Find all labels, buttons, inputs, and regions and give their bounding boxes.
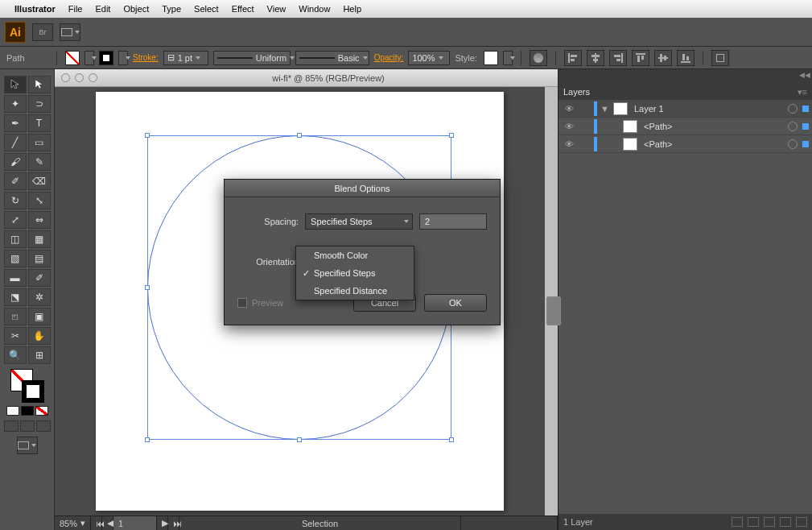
magic-wand-tool[interactable]: ✦ xyxy=(4,95,27,113)
spacing-dropdown[interactable]: Specified Steps xyxy=(305,213,413,230)
rotate-tool[interactable]: ↻ xyxy=(4,192,27,209)
draw-normal-button[interactable] xyxy=(4,420,19,432)
vertical-scrollbar[interactable] xyxy=(545,87,558,516)
pencil-tool[interactable]: ✎ xyxy=(28,153,51,171)
live-paint-tool[interactable]: ▦ xyxy=(28,230,51,248)
paintbrush-tool[interactable]: 🖌 xyxy=(4,153,27,171)
window-minimize-icon[interactable] xyxy=(75,73,84,82)
slice-tool[interactable]: ✂ xyxy=(4,327,27,345)
target-icon[interactable] xyxy=(788,104,798,114)
visibility-toggle-icon[interactable]: 👁 xyxy=(562,122,576,131)
fill-stroke-control[interactable] xyxy=(10,369,44,403)
selection-tool[interactable] xyxy=(4,76,27,93)
target-icon[interactable] xyxy=(788,122,798,131)
new-sublayer-button[interactable] xyxy=(764,517,775,527)
perspective-grid-tool[interactable]: ▧ xyxy=(4,250,27,267)
ok-button[interactable]: OK xyxy=(424,294,487,312)
draw-inside-button[interactable] xyxy=(36,420,51,432)
symbol-sprayer-tool[interactable]: ✲ xyxy=(28,288,51,306)
target-icon[interactable] xyxy=(788,139,798,149)
blob-brush-tool[interactable]: ✐ xyxy=(4,172,27,190)
align-left-button[interactable] xyxy=(564,50,582,66)
eraser-tool[interactable]: ⌫ xyxy=(28,172,51,190)
opacity-panel-link[interactable]: Opacity: xyxy=(374,53,404,62)
stroke-weight-field[interactable]: ⊟1 pt xyxy=(163,51,208,65)
direct-selection-tool[interactable] xyxy=(28,76,51,93)
spacing-option-specified-distance[interactable]: Specified Distance xyxy=(296,282,414,300)
scale-tool[interactable]: ⤢ xyxy=(4,211,27,229)
print-tiling-tool[interactable]: ⊞ xyxy=(28,346,51,364)
disclosure-triangle-icon[interactable]: ▼ xyxy=(600,104,610,114)
window-close-icon[interactable] xyxy=(61,73,70,82)
layer-name-label[interactable]: <Path> xyxy=(641,139,785,149)
fill-dropdown[interactable] xyxy=(84,51,94,65)
collapse-panels-icon[interactable]: ◀◀ xyxy=(799,71,810,79)
arrange-documents-button[interactable] xyxy=(60,23,80,41)
mesh-tool[interactable]: ▤ xyxy=(28,250,51,267)
window-zoom-icon[interactable] xyxy=(89,73,97,82)
visibility-toggle-icon[interactable]: 👁 xyxy=(562,139,576,149)
menu-select[interactable]: Select xyxy=(194,4,219,14)
layers-panel-tab[interactable]: Layers▾≡ xyxy=(559,84,812,100)
layer-row[interactable]: 👁 <Path> xyxy=(559,135,812,153)
rectangle-tool[interactable]: ▭ xyxy=(28,134,51,151)
column-graph-tool[interactable]: ⏍ xyxy=(4,308,27,325)
layer-row[interactable]: 👁 <Path> xyxy=(559,118,812,135)
transform-panel-button[interactable] xyxy=(711,50,729,66)
menu-edit[interactable]: Edit xyxy=(95,4,110,14)
brush-definition[interactable]: Basic xyxy=(295,51,369,65)
zoom-field[interactable]: 85%▾ xyxy=(55,516,91,530)
zoom-tool[interactable]: 🔍 xyxy=(4,346,27,364)
menu-window[interactable]: Window xyxy=(299,4,330,14)
align-top-button[interactable] xyxy=(632,50,649,66)
stroke-dropdown[interactable] xyxy=(118,51,128,65)
recolor-artwork-button[interactable] xyxy=(530,50,547,66)
align-center-h-button[interactable] xyxy=(587,50,604,66)
stroke-panel-link[interactable]: Stroke: xyxy=(133,53,159,62)
style-dropdown[interactable] xyxy=(503,51,513,65)
align-right-button[interactable] xyxy=(609,50,627,66)
spacing-option-smooth-color[interactable]: Smooth Color xyxy=(296,246,414,264)
menu-file[interactable]: File xyxy=(68,4,83,14)
layer-row[interactable]: 👁 ▼ Layer 1 xyxy=(559,100,812,118)
app-menu[interactable]: Illustrator xyxy=(14,4,56,14)
menu-view[interactable]: View xyxy=(267,4,286,14)
gradient-tool[interactable]: ▬ xyxy=(4,269,27,287)
line-tool[interactable]: ╱ xyxy=(4,134,27,151)
width-tool[interactable]: ⇔ xyxy=(28,211,51,229)
delete-layer-button[interactable] xyxy=(796,517,807,527)
stroke-swatch[interactable] xyxy=(99,51,113,65)
last-artboard-button[interactable]: ⏭ xyxy=(168,516,179,530)
artboard-number-field[interactable]: 1 xyxy=(113,516,157,530)
menu-object[interactable]: Object xyxy=(123,4,149,14)
make-clipping-mask-button[interactable] xyxy=(748,517,759,527)
color-mode-button[interactable] xyxy=(6,406,19,416)
panel-menu-icon[interactable]: ▾≡ xyxy=(798,87,807,97)
bridge-button[interactable]: Br xyxy=(32,23,53,41)
selection-indicator-icon[interactable] xyxy=(802,106,809,112)
artboard-tool[interactable]: ▣ xyxy=(28,308,51,325)
spacing-option-specified-steps[interactable]: ✓Specified Steps xyxy=(296,264,414,282)
first-artboard-button[interactable]: ⏮ xyxy=(91,516,102,530)
selection-indicator-icon[interactable] xyxy=(802,141,809,147)
lasso-tool[interactable]: ⊃ xyxy=(28,95,51,113)
menu-help[interactable]: Help xyxy=(343,4,361,14)
locate-object-button[interactable] xyxy=(732,517,743,527)
layer-name-label[interactable]: <Path> xyxy=(641,122,785,131)
variable-width-profile[interactable]: Uniform xyxy=(213,51,291,65)
preview-checkbox[interactable] xyxy=(237,298,247,308)
opacity-field[interactable]: 100% xyxy=(408,51,450,65)
gradient-mode-button[interactable] xyxy=(21,406,34,416)
prev-artboard-button[interactable]: ◀ xyxy=(102,516,113,530)
spacing-steps-input[interactable] xyxy=(419,213,487,230)
visibility-toggle-icon[interactable]: 👁 xyxy=(562,104,576,114)
shape-builder-tool[interactable]: ◫ xyxy=(4,230,27,248)
next-artboard-button[interactable]: ▶ xyxy=(157,516,168,530)
align-center-v-button[interactable] xyxy=(654,50,672,66)
align-bottom-button[interactable] xyxy=(677,50,695,66)
draw-behind-button[interactable] xyxy=(20,420,35,432)
menu-effect[interactable]: Effect xyxy=(232,4,254,14)
eyedropper-tool[interactable]: ✐ xyxy=(28,269,51,287)
selection-indicator-icon[interactable] xyxy=(802,123,809,130)
pen-tool[interactable]: ✒ xyxy=(4,114,27,132)
